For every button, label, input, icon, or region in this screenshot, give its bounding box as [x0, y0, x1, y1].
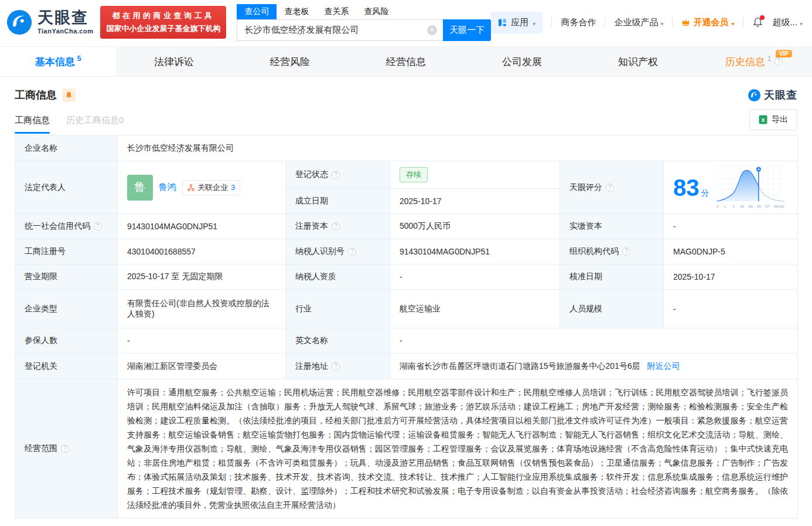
- tab-operating-info[interactable]: 经营信息: [348, 47, 464, 76]
- tab-legal-proceedings[interactable]: 法律诉讼: [116, 47, 232, 76]
- field-label: 登记状态: [286, 161, 390, 189]
- field-label: 注册资本: [286, 214, 390, 239]
- bell-icon: [65, 91, 73, 99]
- chart-tick: 85: [756, 203, 760, 208]
- question-icon[interactable]: [622, 247, 630, 256]
- top-header: 天眼查 TianYanCha.com 都在用的商业查询工具 国家中小企业发展子基…: [0, 0, 812, 45]
- field-label-text: 经营范围: [25, 443, 57, 453]
- table-row: 登记机关 湖南湘江新区管理委员会 注册地址 湖南省长沙市岳麓区坪塘街道石门塘路1…: [15, 354, 798, 379]
- subtab-history-business-info[interactable]: 历史工商信息0: [66, 115, 124, 134]
- tab-label: 公司发展: [502, 55, 542, 69]
- tab-intellectual-property[interactable]: 知识产权: [580, 47, 696, 76]
- field-label: 登记机关: [15, 354, 118, 379]
- paid-capital-value: -: [664, 214, 798, 239]
- search-tab-risk[interactable]: 查风险: [356, 4, 396, 19]
- search-tab-relation[interactable]: 查关系: [316, 4, 356, 19]
- svg-text:x: x: [762, 117, 765, 123]
- search-input[interactable]: [237, 19, 443, 41]
- app-grid-icon: [498, 18, 507, 27]
- company-detail-tabs: 基本信息 5 法律诉讼 经营风险 经营信息 公司发展 知识产权 VIP 历史信息…: [0, 46, 812, 77]
- export-button[interactable]: x 导出: [749, 109, 797, 130]
- related-label: 关联企业: [197, 182, 228, 193]
- table-row: 参保人数 - 英文名称 -: [15, 328, 798, 354]
- tianyancha-logo[interactable]: 天眼查 TianYanCha.com: [6, 9, 93, 36]
- table-row: 经营范围 许可项目：通用航空服务；公共航空运输；民用机场运营；民用航空器维修；民…: [15, 379, 798, 518]
- chevron-down-icon: [731, 18, 734, 28]
- nav-apps-button[interactable]: 应用: [491, 12, 543, 33]
- related-companies-badge[interactable]: 关联企业 3: [182, 180, 240, 195]
- nav-super-label: 超级...: [772, 17, 797, 28]
- promo-line2: 国家中小企业发展子基金旗下机构: [106, 23, 220, 34]
- field-label: 纳税人资质: [286, 264, 390, 290]
- search-tab-company[interactable]: 查公司: [237, 4, 277, 19]
- staff-size-value: -: [664, 290, 798, 328]
- chart-tick: 1: [724, 203, 726, 208]
- field-label-text: 组织机构代码: [569, 246, 619, 256]
- nav-cooperation[interactable]: 商务合作: [561, 17, 596, 28]
- credit-code-value: 91430104MAG0DNJP51: [118, 214, 286, 239]
- field-label: 人员规模: [560, 290, 664, 328]
- tab-count: 1: [767, 55, 772, 63]
- tab-company-development[interactable]: 公司发展: [464, 47, 580, 76]
- field-label: 经营范围: [15, 379, 118, 518]
- question-icon[interactable]: [775, 57, 783, 66]
- nav-super-vip[interactable]: 超级...: [772, 17, 803, 28]
- monitor-bell-icon[interactable]: [62, 89, 76, 102]
- search-button[interactable]: 天眼一下: [443, 19, 491, 41]
- nav-enterprise-label: 企业级产品: [614, 17, 658, 28]
- divider: [672, 18, 673, 27]
- question-icon[interactable]: [332, 222, 340, 230]
- vip-badge: VIP: [776, 50, 792, 57]
- logo-subtitle: TianYanCha.com: [37, 28, 93, 35]
- tab-label: 经营风险: [270, 55, 310, 69]
- notification-bell-icon[interactable]: [752, 17, 763, 28]
- field-label: 天眼评分: [560, 161, 664, 214]
- question-icon[interactable]: [94, 222, 102, 230]
- nav-open-vip[interactable]: 开通会员: [681, 17, 734, 28]
- english-name-value: -: [390, 328, 798, 354]
- chevron-down-icon: [533, 18, 535, 28]
- search-tab-boss[interactable]: 查老板: [277, 4, 316, 19]
- question-icon[interactable]: [61, 444, 69, 453]
- divider: [551, 18, 552, 27]
- tab-label: 历史信息: [725, 55, 765, 69]
- field-label: 参保人数: [15, 328, 118, 354]
- tianyancha-swirl-icon: [748, 89, 761, 102]
- tab-operating-risk[interactable]: 经营风险: [232, 47, 348, 76]
- divider: [605, 18, 605, 27]
- reg-authority-value: 湖南湘江新区管理委员会: [118, 354, 286, 379]
- reg-capital-value: 5000万人民币: [390, 214, 560, 239]
- org-network-icon: [187, 184, 195, 191]
- field-label: 注册地址: [286, 354, 390, 379]
- insured-count-value: -: [118, 328, 286, 354]
- org-code-value: MAG0DNJP-5: [664, 239, 798, 264]
- search-tabs: 查公司 查老板 查关系 查风险: [237, 4, 491, 19]
- tianyancha-watermark: 天眼查: [748, 88, 797, 102]
- field-label-text: 纳税人识别号: [295, 246, 344, 256]
- search-clear-icon[interactable]: [427, 25, 437, 35]
- chart-tick: 15: [740, 203, 744, 208]
- notification-red-dot: [760, 15, 765, 20]
- question-icon[interactable]: [332, 171, 340, 179]
- subtab-business-info[interactable]: 工商信息: [15, 115, 50, 134]
- field-label: 成立日期: [286, 189, 390, 214]
- crown-icon: [681, 18, 690, 26]
- field-label: 纳税人识别号: [286, 239, 390, 264]
- business-scope-value: 许可项目：通用航空服务；公共航空运输；民用机场运营；民用航空器维修；民用航空器零…: [127, 385, 788, 512]
- tianyancha-swirl-icon: [6, 9, 33, 36]
- tab-label: 基本信息: [35, 55, 75, 69]
- field-label: 核准日期: [560, 264, 664, 290]
- question-icon[interactable]: [606, 184, 614, 192]
- table-row: 工商注册号 430104001688557 纳税人识别号 91430104MAG…: [15, 239, 798, 264]
- legal-rep-link[interactable]: 鲁鸿: [159, 182, 176, 193]
- business-term-value: 2025-10-17 至 无固定期限: [118, 264, 286, 290]
- nearby-companies-link[interactable]: 附近公司: [647, 361, 680, 371]
- question-icon[interactable]: [348, 247, 356, 256]
- question-icon[interactable]: [332, 362, 340, 371]
- tab-history-info[interactable]: VIP 历史信息 1: [696, 47, 812, 76]
- related-count: 3: [231, 183, 235, 192]
- tab-basic-info[interactable]: 基本信息 5: [0, 47, 116, 76]
- nav-enterprise-products[interactable]: 企业级产品: [614, 17, 663, 28]
- avatar[interactable]: 鲁: [127, 175, 153, 201]
- table-row: 统一社会信用代码 91430104MAG0DNJP51 注册资本 5000万人民…: [15, 214, 798, 239]
